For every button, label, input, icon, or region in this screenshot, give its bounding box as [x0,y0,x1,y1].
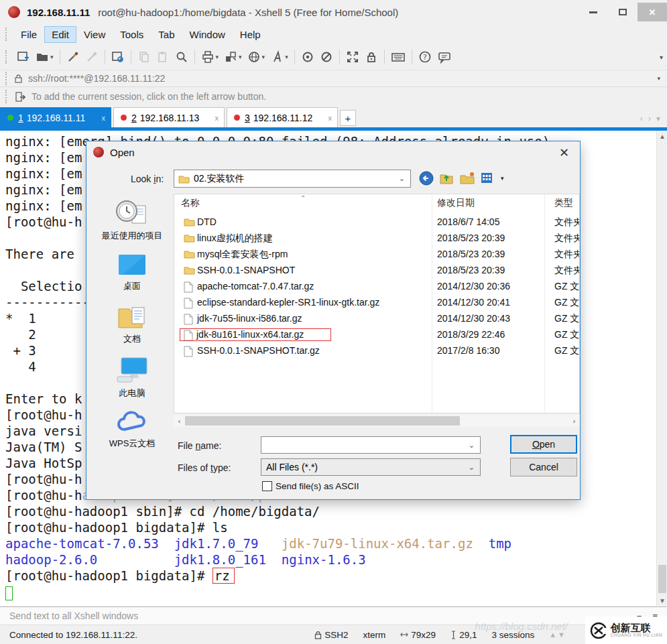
connect-icon[interactable] [64,49,82,65]
tab-session-3[interactable]: 3 192.168.11.12 x [227,107,338,127]
wps-cloud-icon [115,411,149,435]
close-button[interactable]: ✕ [638,3,667,21]
look-in-combobox[interactable]: 02.安装软件 ⌄ [174,170,411,188]
files-of-type-select[interactable]: All Files (*.*) ⌄ [261,458,481,476]
screen-layout-icon[interactable]: ▾ [222,49,244,65]
new-session-icon[interactable] [15,49,32,65]
back-icon[interactable] [419,171,434,186]
file-list[interactable]: 名称 ⌃ 修改日期 类型 DTD2018/6/7 14:05文件夹 linux虚… [174,194,580,413]
menu-edit[interactable]: Edit [45,27,76,42]
folder-icon [178,174,190,184]
file-row[interactable]: linux虚拟机的搭建2018/5/23 20:39文件夹 [174,231,579,247]
view-menu-dropdown-icon[interactable]: ▾ [501,175,504,182]
scroll-left-icon[interactable]: ‹ [174,417,185,425]
scroll-right-icon[interactable]: › [568,417,580,425]
file-row[interactable]: SSH-0.0.1-SNAPSHOT.tar.gz2017/2/8 16:30G… [174,343,579,359]
scrollbar-thumb[interactable] [185,416,460,426]
menu-help[interactable]: Help [233,27,267,42]
session-properties-icon[interactable] [109,49,127,65]
sidebar-item-this-pc[interactable]: 此电脑 [115,357,149,399]
chevron-down-icon[interactable]: ⌄ [469,441,475,450]
dialog-close-icon[interactable]: ✕ [559,145,569,160]
file-name-input[interactable]: ⌄ [261,436,481,454]
dialog-title-bar[interactable]: Open [86,141,580,163]
tab-list-dropdown-icon[interactable]: ▾ [656,114,660,123]
disconnect-icon[interactable] [83,49,101,65]
file-row[interactable]: jdk-7u55-linux-i586.tar.gz2014/12/30 20:… [174,311,579,327]
scrollbar-thumb[interactable] [658,565,666,593]
tab-close-icon[interactable]: x [207,114,219,122]
add-session-icon[interactable] [14,91,26,103]
svg-text:?: ? [423,53,427,62]
menu-view[interactable]: View [77,27,112,42]
menu-file[interactable]: File [14,27,44,42]
tab-scroll-right-icon[interactable]: › [648,114,651,123]
tab-session-1[interactable]: 1 192.168.11.11 x [0,107,111,127]
up-one-level-icon[interactable] [439,171,454,186]
address-dropdown-icon[interactable]: ▾ [657,75,660,82]
chevron-down-icon[interactable]: ⌄ [399,174,405,183]
open-session-icon[interactable]: ▾ [34,49,56,65]
documents-icon [116,304,148,330]
file-row[interactable]: mysql全套安装包-rpm2018/5/23 20:39文件夹 [174,247,579,263]
compose-placeholder[interactable]: Send text to all Xshell windows [9,610,138,621]
new-terminal-icon[interactable] [299,49,316,65]
info-bar: To add the current session, click on the… [0,87,667,106]
lock-screen-icon[interactable] [363,49,380,65]
sidebar-item-recent[interactable]: 最近使用的项目 [102,198,163,242]
terminal-line: + 3 [5,342,36,359]
file-row[interactable]: apache-tomcat-7.0.47.tar.gz2014/12/30 20… [174,279,579,295]
print-icon[interactable]: ▾ [199,49,221,65]
feedback-icon[interactable] [435,49,454,65]
font-icon[interactable]: ▾ [268,49,290,65]
address-url[interactable]: ssh://root:****@192.168.11.11:22 [28,73,165,84]
tab-session-2[interactable]: 2 192.168.11.13 x [113,107,225,127]
terminal-scrollbar[interactable]: ▲ ▼ [656,131,667,606]
file-icon [184,298,193,309]
open-button[interactable]: Open [510,435,577,454]
copy-icon[interactable] [135,49,153,65]
file-row[interactable]: eclipse-standard-kepler-SR1-linux-gtk.ta… [174,295,579,311]
sidebar-item-desktop[interactable]: 桌面 [117,253,147,292]
file-row[interactable]: SSH-0.0.1-SNAPSHOT2018/5/23 20:39文件夹 [174,263,579,279]
column-header-type[interactable]: 类型 [554,197,573,209]
scroll-up-icon[interactable]: ▲ [657,131,667,141]
tab-scroll-left-icon[interactable]: ‹ [640,114,643,123]
file-list-horizontal-scrollbar[interactable]: ‹ › [174,415,580,427]
help-icon[interactable]: ? [416,49,434,65]
find-icon[interactable] [173,49,190,65]
tab-close-icon[interactable]: x [320,114,332,122]
ascii-checkbox-row[interactable]: Send file(s) as ASCII [262,481,359,491]
view-menu-icon[interactable] [481,172,494,185]
chevron-down-icon[interactable]: ⌄ [469,463,475,472]
menu-window[interactable]: Window [183,27,232,42]
menu-tab[interactable]: Tab [151,27,181,42]
column-header-name[interactable]: 名称 [181,197,200,209]
dialog-nav-toolbar: ▾ [419,171,504,186]
virtual-keyboard-icon[interactable] [389,49,408,65]
paste-icon[interactable] [154,49,172,65]
minimize-button[interactable] [579,3,608,21]
tab-label: 192.168.11.11 [27,113,85,123]
scroll-down-icon[interactable]: ▼ [657,595,667,606]
ascii-checkbox[interactable] [262,481,272,491]
maximize-button[interactable] [608,3,638,21]
toolbar-overflow-icon[interactable]: ▾ [660,54,663,61]
fullscreen-icon[interactable] [344,49,361,65]
new-tab-button[interactable]: + [340,110,356,126]
compose-bar[interactable]: Send text to all Xshell windows − ≡ [0,606,667,625]
tab-close-icon[interactable]: x [94,114,106,122]
address-bar[interactable]: ssh://root:****@192.168.11.11:22 ▾ [0,70,667,87]
column-header-date[interactable]: 修改日期 [437,197,475,209]
terminal-ls-output-2: hadoop-2.6.0 jdk1.8.0_161 nginx-1.6.3 [5,552,366,568]
create-new-folder-icon[interactable] [459,171,475,186]
menu-tools[interactable]: Tools [113,27,150,42]
cancel-button[interactable]: Cancel [510,458,577,476]
sidebar-item-documents[interactable]: 文档 [116,304,148,345]
file-transfer-icon[interactable] [318,49,335,65]
sidebar-item-wps-cloud[interactable]: WPS云文档 [109,411,156,450]
file-row-highlighted[interactable]: jdk-8u161-linux-x64.tar.gz2018/3/29 22:4… [174,327,579,343]
web-browser-icon[interactable]: ▾ [245,49,267,65]
sort-ascending-icon[interactable]: ⌃ [300,194,306,202]
file-row[interactable]: DTD2018/6/7 14:05文件夹 [174,214,579,231]
